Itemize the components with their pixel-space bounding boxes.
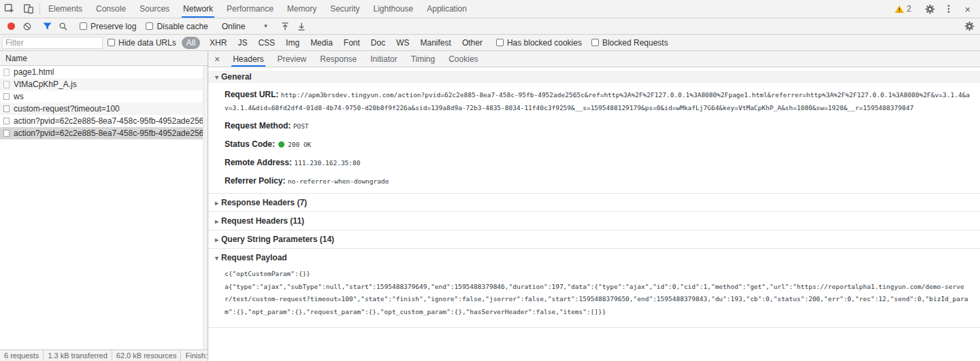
request-row[interactable]: custom-request?timeout=100 [0, 103, 208, 115]
devtools-main-tabbar: Elements Console Sources Network Perform… [0, 0, 980, 18]
type-filter-doc[interactable]: Doc [366, 37, 390, 49]
warning-count: 2 [906, 4, 911, 14]
tab-security[interactable]: Security [323, 0, 366, 18]
disable-cache-checkbox[interactable] [146, 22, 153, 30]
request-method-value: POST [293, 122, 309, 130]
export-har-button[interactable] [293, 19, 310, 34]
triangle-collapsed-icon: ▸ [212, 236, 221, 243]
query-string-section[interactable]: ▸ Query String Parameters (14) [208, 230, 980, 248]
upload-icon [280, 22, 290, 31]
blocked-requests-checkbox[interactable] [591, 39, 599, 46]
referrer-policy-value: no-referrer-when-downgrade [288, 177, 389, 185]
type-filter-font[interactable]: Font [339, 37, 365, 49]
name-column-header[interactable]: Name [0, 51, 208, 66]
record-network-log-button[interactable] [3, 19, 19, 34]
type-filter-img[interactable]: Img [281, 37, 304, 49]
preserve-log-toggle[interactable]: Preserve log [80, 22, 136, 31]
detail-tab-response[interactable]: Response [313, 51, 363, 67]
devtools-close-button[interactable]: × [958, 4, 977, 14]
type-filter-js[interactable]: JS [233, 37, 252, 49]
detail-tab-headers[interactable]: Headers [226, 51, 270, 67]
remote-address-value: 111.230.162.35:80 [294, 159, 360, 167]
request-name: VtMaCpKhP_A.js [14, 80, 77, 89]
tab-performance[interactable]: Performance [220, 0, 280, 18]
detail-tabbar: × Headers Preview Response Initiator Tim… [208, 51, 980, 67]
request-file-icon [3, 118, 10, 124]
inspect-element-button[interactable] [0, 0, 19, 18]
filter-toggle-button[interactable] [39, 19, 55, 34]
request-headers-section[interactable]: ▸ Request Headers (11) [208, 211, 980, 230]
request-file-icon [3, 105, 10, 112]
vertical-scrollbar[interactable] [203, 66, 208, 349]
tab-application[interactable]: Application [420, 0, 474, 18]
devtools-window: Elements Console Sources Network Perform… [0, 0, 980, 361]
detail-tab-cookies[interactable]: Cookies [442, 51, 485, 67]
payload-line: a{"type":"ajax","subType":null,"start":1… [225, 281, 972, 319]
status-code-value: 200 OK [288, 141, 311, 148]
type-filter-css[interactable]: CSS [253, 37, 280, 49]
request-url-value: http://apm3brsdev.tingyun.com/action?pvi… [225, 91, 970, 111]
request-url-item: Request URL: http://apm3brsdev.tingyun.c… [208, 88, 980, 114]
clear-network-log-button[interactable] [19, 19, 35, 34]
tab-sources[interactable]: Sources [133, 0, 176, 18]
type-filter-all[interactable]: All [182, 37, 200, 49]
status-code-label: Status Code: [225, 139, 275, 149]
hide-data-urls-label: Hide data URLs [118, 38, 176, 48]
type-filter-other[interactable]: Other [457, 37, 487, 49]
warnings-badge[interactable]: 2 [889, 4, 917, 14]
response-headers-section[interactable]: ▸ Response Headers (7) [208, 193, 980, 211]
request-row[interactable]: ws [0, 90, 208, 103]
request-payload-section[interactable]: ▾ Request Payload [208, 248, 980, 267]
request-file-icon [3, 130, 10, 137]
has-blocked-cookies-toggle[interactable]: Has blocked cookies [496, 38, 582, 48]
general-section-header[interactable]: ▾ General [208, 71, 980, 83]
request-row-selected[interactable]: action?pvid=62c2e885-8ea7-458c-95fb-4952… [0, 127, 208, 139]
type-filter-ws[interactable]: WS [391, 37, 414, 49]
has-blocked-cookies-checkbox[interactable] [496, 39, 504, 46]
tab-lighthouse[interactable]: Lighthouse [367, 0, 421, 18]
network-settings-button[interactable] [961, 19, 977, 34]
inspect-cursor-icon [4, 3, 15, 14]
request-method-label: Request Method: [225, 121, 291, 131]
import-har-button[interactable] [277, 19, 293, 34]
type-filter-manifest[interactable]: Manifest [416, 37, 456, 49]
tab-memory[interactable]: Memory [280, 0, 323, 18]
request-row[interactable]: page1.html [0, 66, 208, 78]
gear-icon [964, 21, 975, 31]
preserve-log-checkbox[interactable] [80, 22, 87, 30]
referrer-policy-label: Referrer Policy: [225, 176, 285, 186]
request-row[interactable]: action?pvid=62c2e885-8ea7-458c-95fb-4952… [0, 115, 208, 127]
triangle-expanded-icon: ▾ [212, 73, 221, 81]
blocked-requests-toggle[interactable]: Blocked Requests [591, 38, 668, 48]
request-row[interactable]: VtMaCpKhP_A.js [0, 78, 208, 90]
hide-data-urls-toggle[interactable]: Hide data URLs [108, 38, 176, 48]
download-icon [297, 22, 306, 31]
triangle-collapsed-icon: ▸ [212, 199, 221, 207]
tab-elements[interactable]: Elements [42, 0, 89, 18]
network-main-area: Name page1.html VtMaCpKhP_A.js ws custom… [0, 51, 980, 361]
close-detail-button[interactable]: × [208, 54, 226, 65]
devtools-menu-button[interactable] [939, 4, 958, 14]
type-filter-media[interactable]: Media [306, 37, 338, 49]
document-file-icon [3, 69, 10, 76]
detail-tab-timing[interactable]: Timing [404, 51, 442, 67]
detail-tab-preview[interactable]: Preview [271, 51, 314, 67]
search-button[interactable] [55, 19, 71, 34]
hide-data-urls-checkbox[interactable] [108, 39, 115, 46]
divider [39, 3, 40, 14]
devtools-settings-button[interactable] [920, 4, 939, 14]
disable-cache-toggle[interactable]: Disable cache [146, 22, 208, 31]
tab-network[interactable]: Network [176, 0, 220, 18]
filter-input[interactable] [2, 37, 103, 49]
divider [208, 327, 980, 328]
request-name: custom-request?timeout=100 [14, 104, 120, 114]
tab-console[interactable]: Console [89, 0, 133, 18]
kebab-menu-icon [944, 4, 953, 14]
type-filter-xhr[interactable]: XHR [205, 37, 231, 49]
disable-cache-label: Disable cache [157, 22, 208, 31]
request-detail-panel: × Headers Preview Response Initiator Tim… [208, 51, 980, 361]
detail-tab-initiator[interactable]: Initiator [363, 51, 404, 67]
device-toolbar-button[interactable] [19, 0, 38, 18]
remote-address-item: Remote Address: 111.230.162.35:80 [208, 156, 980, 169]
throttling-select[interactable]: Online ▼ [222, 22, 269, 31]
